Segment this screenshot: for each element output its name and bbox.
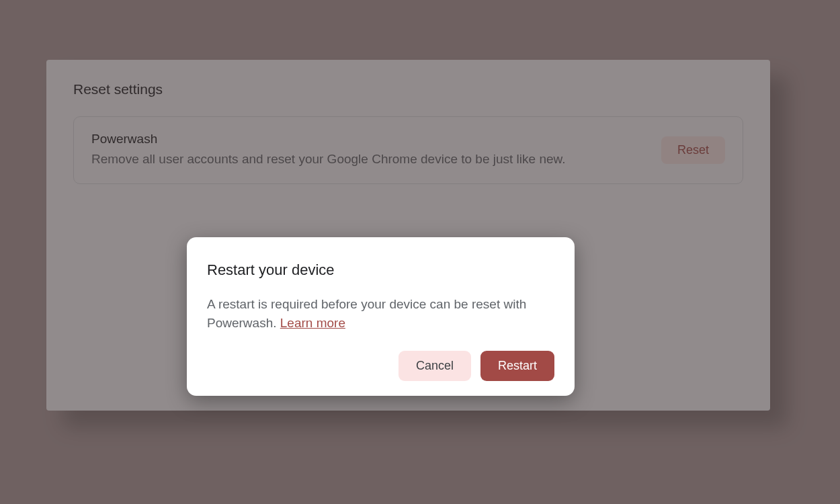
restart-button[interactable]: Restart: [480, 351, 554, 381]
dialog-body-text: A restart is required before your device…: [207, 297, 526, 330]
learn-more-link[interactable]: Learn more: [280, 316, 345, 330]
dialog-body: A restart is required before your device…: [207, 295, 554, 332]
stage: Reset settings Powerwash Remove all user…: [0, 0, 840, 504]
dialog-actions: Cancel Restart: [207, 351, 554, 381]
dialog-title: Restart your device: [207, 261, 554, 279]
restart-dialog: Restart your device A restart is require…: [187, 237, 575, 396]
cancel-button[interactable]: Cancel: [398, 351, 471, 381]
